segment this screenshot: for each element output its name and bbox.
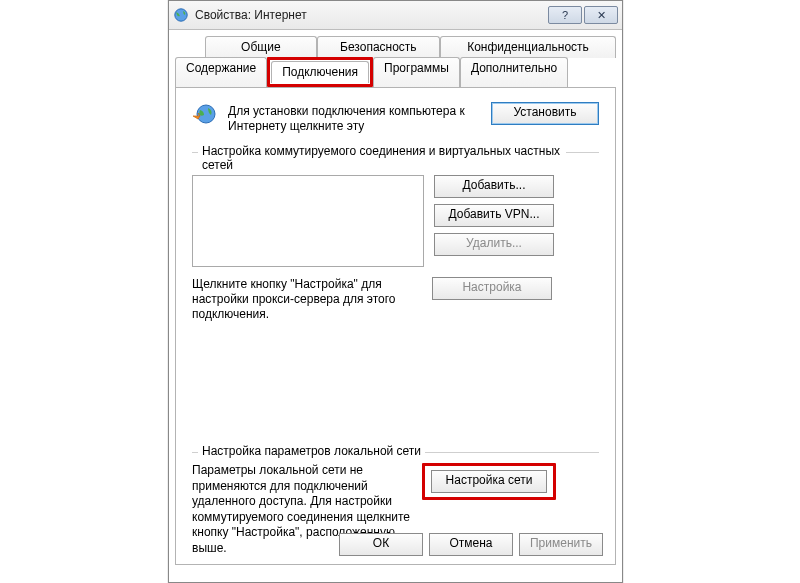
setup-text: Для установки подключения компьютера к И… xyxy=(228,102,481,134)
dialup-legend: Настройка коммутируемого соединения и ви… xyxy=(198,144,566,172)
tab-panel-connections: Для установки подключения компьютера к И… xyxy=(175,87,616,565)
connection-settings-button: Настройка xyxy=(432,277,552,300)
ok-button[interactable]: ОК xyxy=(339,533,423,556)
setup-button[interactable]: Установить xyxy=(491,102,599,125)
connections-listbox[interactable] xyxy=(192,175,424,267)
internet-properties-dialog: Свойства: Интернет ? ✕ Общие Безопасност… xyxy=(168,0,623,583)
close-button[interactable]: ✕ xyxy=(584,6,618,24)
tab-privacy[interactable]: Конфиденциальность xyxy=(440,36,616,58)
apply-button: Применить xyxy=(519,533,603,556)
dialog-buttons: ОК Отмена Применить xyxy=(339,533,603,556)
tabs: Общие Безопасность Конфиденциальность Со… xyxy=(169,30,622,565)
internet-options-icon xyxy=(173,7,189,23)
tab-advanced[interactable]: Дополнительно xyxy=(460,57,568,88)
add-vpn-button[interactable]: Добавить VPN... xyxy=(434,204,554,227)
titlebar: Свойства: Интернет ? ✕ xyxy=(169,1,622,30)
proxy-hint: Щелкните кнопку "Настройка" для настройк… xyxy=(192,277,422,322)
window-buttons: ? ✕ xyxy=(546,6,618,24)
setup-globe-icon xyxy=(192,102,218,128)
add-button[interactable]: Добавить... xyxy=(434,175,554,198)
tab-security[interactable]: Безопасность xyxy=(317,36,440,58)
svg-point-0 xyxy=(175,9,187,21)
tab-connections-highlight: Подключения xyxy=(267,57,373,87)
lan-legend: Настройка параметров локальной сети xyxy=(198,444,425,458)
dialup-group: Настройка коммутируемого соединения и ви… xyxy=(192,152,599,322)
tab-general[interactable]: Общие xyxy=(205,36,317,58)
tab-connections[interactable]: Подключения xyxy=(271,61,369,83)
tab-programs[interactable]: Программы xyxy=(373,57,460,88)
setup-row: Для установки подключения компьютера к И… xyxy=(192,102,599,134)
remove-button: Удалить... xyxy=(434,233,554,256)
window-title: Свойства: Интернет xyxy=(195,8,546,22)
tab-content[interactable]: Содержание xyxy=(175,57,267,88)
lan-settings-button[interactable]: Настройка сети xyxy=(431,470,547,493)
lan-settings-highlight: Настройка сети xyxy=(422,463,556,500)
cancel-button[interactable]: Отмена xyxy=(429,533,513,556)
help-button[interactable]: ? xyxy=(548,6,582,24)
